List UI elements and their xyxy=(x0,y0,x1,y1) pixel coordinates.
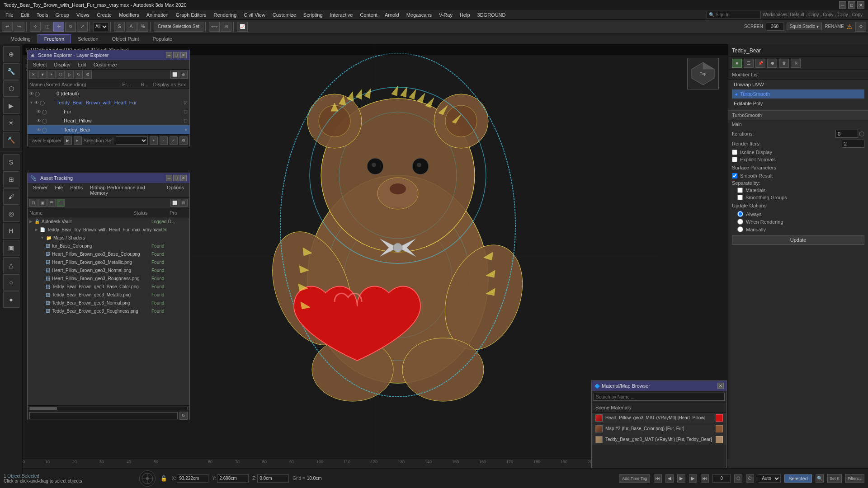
set-key-button[interactable]: Set K xyxy=(827,474,842,483)
modifier-list-icon[interactable]: ☰ xyxy=(744,59,754,68)
smooth-result-checkbox[interactable] xyxy=(732,173,737,178)
iterations-spinner[interactable]: ⬡ xyxy=(859,130,864,137)
scene-explorer-close[interactable]: ✕ xyxy=(180,52,187,58)
scale-tool[interactable]: ⤢ xyxy=(77,22,88,32)
filters-button[interactable]: Filters... xyxy=(845,474,864,483)
exp-menu-customize[interactable]: Customize xyxy=(90,61,121,68)
asset-footer-btn[interactable]: ↻ xyxy=(179,412,188,420)
menu-scripting[interactable]: Scripting xyxy=(300,11,326,19)
asset-item-teddy-normal[interactable]: 🖼 Teddy_Bear_Brown_geo3_Normal.png Found xyxy=(28,299,189,307)
x-input[interactable] xyxy=(177,474,208,483)
exp-menu-edit[interactable]: Edit xyxy=(74,61,90,68)
search-btn[interactable]: 🔍 xyxy=(816,474,824,483)
go-start-btn[interactable]: ⏮ xyxy=(654,474,662,483)
asset-btn-right-2[interactable]: ⊞ xyxy=(179,199,188,207)
asset-menu-bitmap[interactable]: Bitmap Performance and Memory xyxy=(86,184,163,197)
asset-item-maps-folder[interactable]: ▼ 📁 Maps / Shaders xyxy=(28,234,189,242)
modifier-copy-icon[interactable]: ⎘ xyxy=(791,59,801,68)
current-frame-input[interactable] xyxy=(712,474,731,483)
scene-explorer-title-bar[interactable]: ⊞ Scene Explorer - Layer Explorer ─ □ ✕ xyxy=(28,50,189,60)
motion-panel-btn[interactable]: ▶ xyxy=(3,98,19,114)
time-cfg-btn[interactable]: ⏱ xyxy=(746,474,754,483)
curve-editor[interactable]: 📈 xyxy=(237,22,248,32)
explicit-normals-checkbox[interactable] xyxy=(732,157,737,162)
asset-item-maxfile[interactable]: ▶ 📄 Teddy_Bear_Toy_Brown_with_Heart_Fur_… xyxy=(28,225,189,234)
smoothing-groups-checkbox[interactable] xyxy=(737,195,743,200)
update-options-header[interactable]: Update Options xyxy=(728,201,868,210)
menu-animation[interactable]: Animation xyxy=(143,11,172,19)
exp-filter-btn[interactable]: ▼ xyxy=(38,70,47,79)
menu-megascans[interactable]: Megascans xyxy=(403,11,435,19)
asset-tracking-close[interactable]: ✕ xyxy=(180,175,187,181)
lasso-select-btn[interactable]: ○ xyxy=(3,274,19,291)
iterations-input[interactable] xyxy=(835,130,858,138)
materials-checkbox[interactable] xyxy=(737,188,743,193)
select-region[interactable]: ◫ xyxy=(42,22,52,32)
exp-item-0-default[interactable]: 👁 ◯ 0 (default) xyxy=(28,89,189,98)
mirror-button[interactable]: ⟺ xyxy=(209,22,220,32)
close-button[interactable]: ✕ xyxy=(857,1,864,9)
asset-tracking-minimize[interactable]: ─ xyxy=(166,175,172,181)
undo-button[interactable]: ↩ xyxy=(2,22,13,32)
when-rendering-radio[interactable] xyxy=(737,219,743,225)
modifier-delete-icon[interactable]: 🗑 xyxy=(779,59,789,68)
exp-add-btn[interactable]: + xyxy=(47,70,56,79)
surface-params-header[interactable]: Surface Parameters xyxy=(728,163,868,172)
render-iters-input[interactable] xyxy=(842,140,864,148)
exp-item-fur[interactable]: 👁 ◯ Fur ☐ xyxy=(28,107,189,116)
asset-scrollbar-thumb[interactable] xyxy=(30,407,57,410)
tab-freeform[interactable]: Freeform xyxy=(38,34,71,43)
settings-button[interactable]: ⚙ xyxy=(855,22,866,32)
z-input[interactable] xyxy=(257,474,289,483)
asset-btn-1[interactable]: ⊟ xyxy=(29,199,38,207)
menu-views[interactable]: Views xyxy=(73,11,93,19)
mat-search-input[interactable] xyxy=(594,393,725,401)
menu-graph-editors[interactable]: Graph Editors xyxy=(172,11,210,19)
isoline-display-checkbox[interactable] xyxy=(732,150,737,155)
exp-item-group[interactable]: ▼ 👁 ◯ Teddy_Bear_Brown_with_Heart_Fur ☑ xyxy=(28,98,189,107)
modifier-editable-poly[interactable]: Editable Poly xyxy=(732,99,864,108)
exp-item-teddy-bear[interactable]: 👁 ◯ Teddy_Bear ✦ xyxy=(28,125,189,134)
rotate-tool[interactable]: ↻ xyxy=(65,22,76,32)
selection-set-dropdown[interactable] xyxy=(116,136,148,145)
asset-item-heart-roughness[interactable]: 🖼 Heart_Pillow_Brown_geo3_Roughness.png … xyxy=(28,274,189,282)
turbosmooth-header[interactable]: TurboSmooth xyxy=(728,111,868,120)
asset-menu-options[interactable]: Options xyxy=(163,184,188,197)
asset-tracking-maximize[interactable]: □ xyxy=(173,175,179,181)
menu-arnold[interactable]: Arnold xyxy=(381,11,403,19)
mat-item-teddy[interactable]: Teddy_Bear_geo3_MAT (VRayMtl) [Fur, Tedd… xyxy=(592,434,726,445)
create-selection-set-button[interactable]: Create Selection Set xyxy=(154,22,203,32)
next-frame-btn[interactable]: ▶ xyxy=(689,474,697,483)
menu-modifiers[interactable]: Modifiers xyxy=(115,11,143,19)
menu-3dground[interactable]: 3DGROUND xyxy=(474,11,509,19)
menu-rendering[interactable]: Rendering xyxy=(210,11,241,19)
minimize-button[interactable]: ─ xyxy=(839,1,846,9)
modifier-track-icon[interactable]: ⏺ xyxy=(767,59,777,68)
exp-settings-btn[interactable]: ⚙ xyxy=(84,70,92,79)
asset-item-teddy-metallic[interactable]: 🖼 Teddy_Bear_Brown_geo3_Metallic.png Fou… xyxy=(28,291,189,299)
squid-studio-button[interactable]: Squid Studio ▾ xyxy=(787,23,822,30)
asset-btn-4[interactable]: ⬛ xyxy=(57,199,65,207)
modifier-pin-icon[interactable]: 📌 xyxy=(755,59,765,68)
asset-tracking-title-bar[interactable]: 📎 Asset Tracking ─ □ ✕ xyxy=(28,173,189,183)
menu-file[interactable]: File xyxy=(2,11,17,19)
scene-explorer-minimize[interactable]: ─ xyxy=(166,52,172,58)
menu-tools[interactable]: Tools xyxy=(33,11,52,19)
select-by-name-btn[interactable]: H xyxy=(3,223,19,239)
modify-panel-btn[interactable]: 🔧 xyxy=(3,63,19,80)
align-button[interactable]: ⊟ xyxy=(221,22,231,32)
scene-explorer-maximize[interactable]: □ xyxy=(173,52,179,58)
asset-btn-right-1[interactable]: ⬜ xyxy=(170,199,179,207)
menu-create[interactable]: Create xyxy=(93,11,115,19)
maximize-button[interactable]: □ xyxy=(848,1,855,9)
frame-value[interactable] xyxy=(766,23,784,31)
asset-scrollbar[interactable] xyxy=(28,405,189,411)
isolation-btn[interactable]: ◎ xyxy=(3,206,19,222)
exp-menu-display[interactable]: Display xyxy=(51,61,74,68)
footer-add-set-btn[interactable]: + xyxy=(150,136,158,145)
fence-select-btn[interactable]: △ xyxy=(3,257,19,273)
menu-help[interactable]: Help xyxy=(456,11,474,19)
utilities-panel-btn[interactable]: 🔨 xyxy=(3,132,19,148)
main-section-header[interactable]: Main xyxy=(728,120,868,129)
asset-menu-server[interactable]: Server xyxy=(29,184,51,197)
